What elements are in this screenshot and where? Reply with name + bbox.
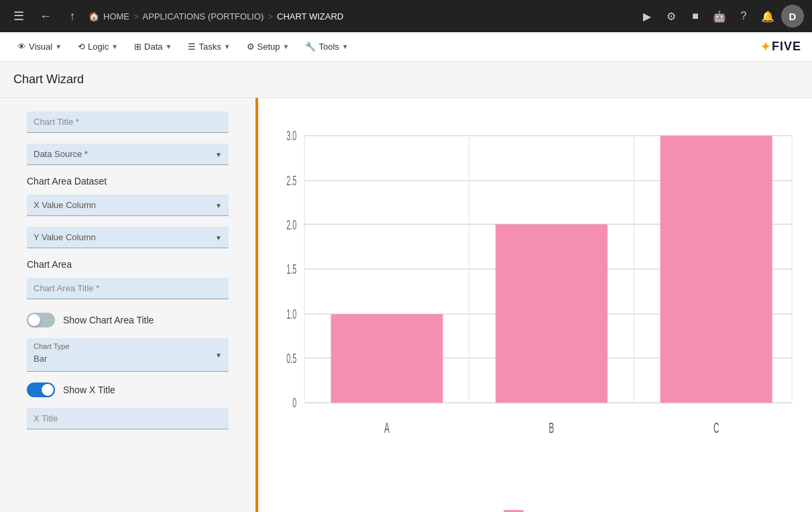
home-icon: 🏠 [89, 11, 99, 21]
x-value-select[interactable]: X Value Column [27, 195, 229, 216]
eye-icon: 👁 [17, 42, 26, 52]
top-navigation: ☰ ← ↑ 🏠 HOME > APPLICATIONS (PORTFOLIO) … [0, 0, 812, 32]
menu-icon[interactable]: ☰ [8, 5, 30, 27]
tools-arrow: ▼ [342, 43, 349, 50]
notification-button[interactable]: 🔔 [757, 5, 778, 27]
toolbar-tools[interactable]: 🔧 Tools ▼ [298, 38, 355, 56]
chart-area-group: Chart Area Show Chart Area Title BarLine… [27, 259, 229, 372]
avatar[interactable]: D [781, 5, 804, 28]
x-value-wrapper: X Value Column [27, 195, 229, 216]
chart-title-input[interactable] [27, 111, 229, 133]
stop-button[interactable]: ■ [685, 5, 706, 27]
right-panel: 3.0 2.5 2.0 1.5 1.0 0.5 0 [258, 98, 812, 512]
toolbar-logic[interactable]: ⟲ Logic ▼ [71, 38, 125, 56]
y-value-wrapper: Y Value Column [27, 227, 229, 248]
logic-arrow: ▼ [111, 43, 118, 50]
breadcrumb-current: CHART WIZARD [277, 11, 343, 21]
tools-label: Tools [318, 42, 339, 52]
breadcrumb-sep2: > [268, 11, 273, 21]
data-source-wrapper: Data Source * [27, 144, 229, 165]
chart-legend: Dataset 1 [272, 502, 799, 512]
breadcrumb-sep1: > [133, 11, 139, 21]
tasks-label: Tasks [198, 42, 221, 52]
setup-arrow: ▼ [283, 43, 290, 50]
chart-area-title-input[interactable] [27, 278, 229, 299]
toggle-thumb-x [42, 384, 54, 396]
five-logo: ✦ FIVE [760, 40, 801, 54]
y-value-select[interactable]: Y Value Column [27, 227, 229, 248]
logo-star-icon: ✦ [760, 40, 770, 54]
up-icon[interactable]: ↑ [62, 5, 83, 27]
breadcrumb: 🏠 HOME > APPLICATIONS (PORTFOLIO) > CHAR… [89, 11, 631, 21]
main-layout: Data Source * Chart Area Dataset X Value… [0, 98, 812, 512]
nav-actions: ▶ ⚙ ■ 🤖 ? 🔔 D [636, 5, 804, 28]
setup-label: Setup [257, 42, 280, 52]
breadcrumb-home[interactable]: HOME [103, 11, 129, 21]
show-x-title-label: Show X Title [63, 385, 115, 395]
show-chart-area-title-toggle[interactable] [27, 313, 55, 327]
gear-icon: ⚙ [247, 42, 255, 52]
svg-text:C: C [713, 420, 719, 437]
bar-c [660, 136, 772, 403]
toolbar-visual[interactable]: 👁 Visual ▼ [11, 38, 68, 56]
x-title-input[interactable] [27, 408, 229, 429]
svg-text:A: A [384, 420, 390, 437]
visual-label: Visual [29, 42, 52, 52]
svg-text:3.0: 3.0 [286, 129, 296, 143]
x-title-group [27, 408, 229, 429]
svg-text:2.5: 2.5 [286, 174, 296, 188]
back-icon[interactable]: ← [35, 5, 56, 27]
show-x-title-row: Show X Title [27, 382, 229, 397]
bar-chart: 3.0 2.5 2.0 1.5 1.0 0.5 0 [272, 111, 799, 500]
play-button[interactable]: ▶ [636, 5, 658, 27]
chart-type-wrapper: BarLinePieDoughnutScatter Chart Type [27, 338, 229, 372]
toolbar-data[interactable]: ⊞ Data ▼ [127, 38, 178, 56]
data-arrow: ▼ [166, 43, 172, 50]
help-button[interactable]: ? [733, 5, 754, 27]
show-x-title-toggle[interactable] [27, 382, 55, 397]
svg-text:0: 0 [292, 396, 296, 410]
logic-icon: ⟲ [78, 42, 85, 52]
svg-text:0.5: 0.5 [286, 351, 296, 365]
visual-arrow: ▼ [55, 43, 62, 50]
data-label: Data [144, 42, 162, 52]
svg-text:2.0: 2.0 [286, 217, 296, 232]
svg-text:1.5: 1.5 [286, 262, 296, 276]
chart-area-dataset-label: Chart Area Dataset [27, 176, 229, 187]
data-source-group: Data Source * [27, 144, 229, 165]
toggle-thumb [28, 314, 40, 326]
bar-b [496, 224, 607, 403]
show-chart-area-title-row: Show Chart Area Title [27, 313, 229, 327]
show-chart-area-title-label: Show Chart Area Title [63, 315, 154, 325]
data-source-select[interactable]: Data Source * [27, 144, 229, 165]
left-panel: Data Source * Chart Area Dataset X Value… [0, 98, 258, 512]
breadcrumb-applications[interactable]: APPLICATIONS (PORTFOLIO) [143, 11, 264, 21]
svg-text:1.0: 1.0 [286, 307, 296, 321]
toolbar-tasks[interactable]: ☰ Tasks ▼ [181, 38, 237, 56]
logic-label: Logic [88, 42, 109, 52]
bar-a [331, 314, 443, 403]
toolbar-setup[interactable]: ⚙ Setup ▼ [240, 38, 296, 56]
chart-title-group [27, 111, 229, 133]
page-title: Chart Wizard [13, 72, 799, 87]
logo-text: FIVE [772, 40, 801, 54]
tasks-arrow: ▼ [224, 43, 231, 50]
robot-button[interactable]: 🤖 [709, 5, 730, 27]
chart-area: 3.0 2.5 2.0 1.5 1.0 0.5 0 [258, 98, 812, 512]
page-header: Chart Wizard [0, 62, 812, 98]
toolbar: 👁 Visual ▼ ⟲ Logic ▼ ⊞ Data ▼ ☰ Tasks ▼ … [0, 32, 812, 62]
chart-area-label: Chart Area [27, 259, 229, 270]
svg-text:B: B [549, 420, 555, 437]
tools-icon: 🔧 [305, 42, 316, 52]
tasks-icon: ☰ [188, 42, 196, 52]
table-icon: ⊞ [134, 42, 141, 52]
chart-type-select[interactable]: BarLinePieDoughnutScatter [27, 338, 229, 372]
search-button[interactable]: ⚙ [660, 5, 682, 27]
chart-area-dataset-group: Chart Area Dataset X Value Column Y Valu… [27, 176, 229, 248]
